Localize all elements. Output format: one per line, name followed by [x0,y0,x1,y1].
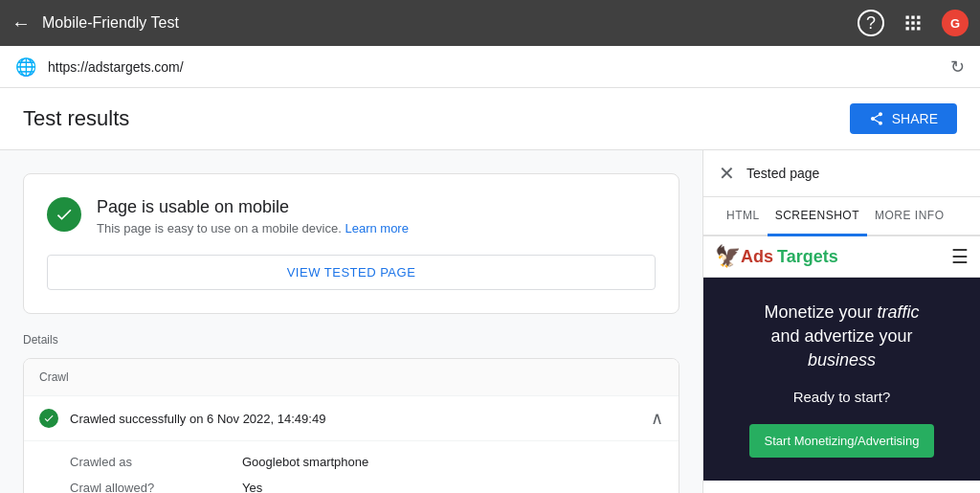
avatar[interactable]: G [942,10,969,36]
preview-logo: AdsTargets [741,247,838,267]
detail-label-crawled-as: Crawled as [70,455,242,469]
success-text: Page is usable on mobile This page is ea… [97,197,409,235]
success-icon [47,197,81,232]
svg-rect-2 [917,16,920,19]
grid-icon[interactable] [900,10,926,36]
right-panel-header: ✕ Tested page [703,150,980,197]
logo-targets: Targets [777,247,838,267]
detail-value-crawl-allowed: Yes [242,481,663,493]
crawl-success-icon [39,409,58,428]
logo-bird-icon: 🦅 [715,244,741,269]
svg-rect-5 [917,21,920,24]
preview-container: 🦅 AdsTargets ☰ Monetize your traffic and… [703,236,980,493]
view-tested-page-button[interactable]: VIEW TESTED PAGE [47,255,656,290]
app-title: Mobile-Friendly Test [42,14,846,32]
learn-more-link[interactable]: Learn more [345,221,408,235]
svg-rect-3 [906,21,909,24]
crawl-details: Crawled as Googlebot smartphone Crawl al… [24,441,679,493]
url-text: https://adstargets.com/ [48,59,939,75]
page-title: Test results [23,106,129,131]
crawl-header: Crawl [24,359,679,396]
refresh-icon[interactable]: ↻ [950,56,965,78]
tab-screenshot[interactable]: SCREENSHOT [768,197,867,236]
crawl-card: Crawl Crawled successfully on 6 Nov 2022… [23,358,679,493]
detail-label-crawl-allowed: Crawl allowed? [70,481,242,493]
chevron-up-icon[interactable]: ∧ [651,408,663,429]
tabs-row: HTML SCREENSHOT MORE INFO [703,197,980,236]
left-panel: Page is usable on mobile This page is ea… [0,150,702,493]
svg-rect-7 [911,27,914,30]
screenshot-area: 🦅 AdsTargets ☰ Monetize your traffic and… [703,236,980,493]
page-header: Test results SHARE [0,88,980,150]
main-content: Page is usable on mobile This page is ea… [0,150,980,493]
svg-rect-8 [917,27,920,30]
logo-ads: Ads [741,247,773,267]
globe-icon: 🌐 [15,56,36,78]
detail-row-crawled-as: Crawled as Googlebot smartphone [24,449,679,475]
top-bar: ← Mobile-Friendly Test ? G [0,0,980,46]
success-header: Page is usable on mobile This page is ea… [47,197,656,235]
success-description: This page is easy to use on a mobile dev… [97,221,409,235]
hero-italic-business: business [808,350,876,370]
success-heading: Page is usable on mobile [97,197,409,217]
svg-rect-1 [911,16,914,19]
share-button[interactable]: SHARE [850,103,957,134]
crawl-status-row: Crawled successfully on 6 Nov 2022, 14:4… [24,396,679,441]
cta-button[interactable]: Start Monetizing/Advertising [749,424,935,458]
back-button[interactable]: ← [11,12,31,34]
details-label: Details [23,333,679,347]
tab-more-info[interactable]: MORE INFO [867,197,952,236]
hero-italic-traffic: traffic [878,303,920,322]
top-icons: ? G [858,10,969,36]
svg-rect-0 [906,16,909,19]
right-panel: ✕ Tested page HTML SCREENSHOT MORE INFO … [702,150,980,493]
hamburger-icon[interactable]: ☰ [951,245,969,268]
help-icon[interactable]: ? [858,10,884,36]
hero-text: Monetize your traffic and advertize your… [764,301,919,373]
svg-rect-6 [906,27,909,30]
tested-page-label: Tested page [746,166,819,181]
detail-value-crawled-as: Googlebot smartphone [242,455,663,469]
preview-navbar: 🦅 AdsTargets ☰ [703,236,980,278]
detail-row-crawl-allowed: Crawl allowed? Yes [24,475,679,493]
url-bar: 🌐 https://adstargets.com/ ↻ [0,46,980,88]
preview-hero: Monetize your traffic and advertize your… [703,278,980,481]
success-card: Page is usable on mobile This page is ea… [23,173,679,314]
crawl-status-text: Crawled successfully on 6 Nov 2022, 14:4… [70,412,639,426]
tab-html[interactable]: HTML [719,197,768,236]
close-button[interactable]: ✕ [719,162,735,185]
svg-rect-4 [911,21,914,24]
hero-subtitle: Ready to start? [793,389,891,405]
